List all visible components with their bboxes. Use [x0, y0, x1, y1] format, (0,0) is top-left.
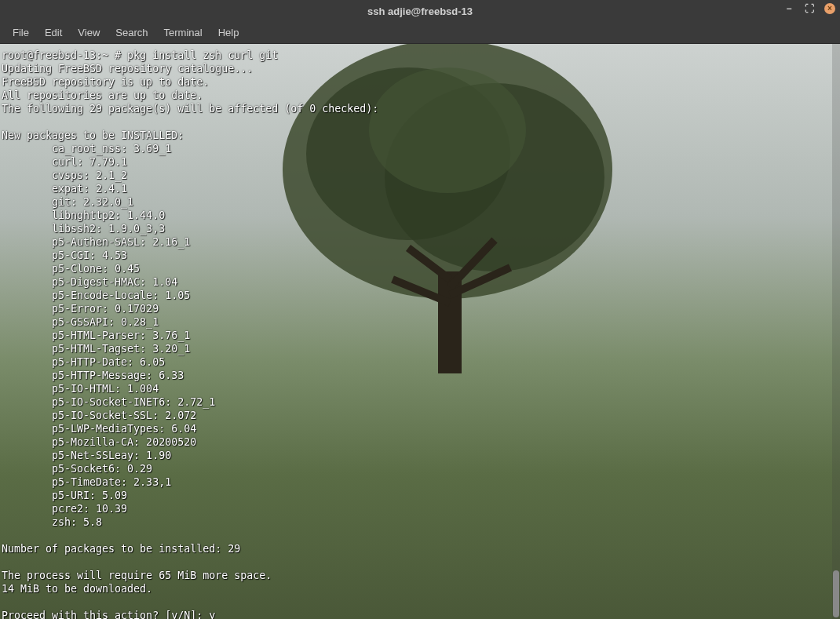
minimize-button[interactable]: − — [783, 3, 794, 14]
terminal-area[interactable]: root@freebsd-13:~ # pkg install zsh curl… — [0, 44, 840, 619]
maximize-button[interactable]: ⛶ — [804, 3, 815, 14]
menu-search[interactable]: Search — [108, 24, 155, 42]
scrollbar[interactable] — [832, 44, 840, 619]
menu-file[interactable]: File — [5, 24, 37, 42]
close-button[interactable]: × — [824, 3, 835, 14]
menu-help[interactable]: Help — [210, 24, 247, 42]
menu-terminal[interactable]: Terminal — [156, 24, 210, 42]
menu-view[interactable]: View — [70, 24, 108, 42]
window-title: ssh adjie@freebsd-13 — [367, 5, 473, 17]
terminal-output[interactable]: root@freebsd-13:~ # pkg install zsh curl… — [0, 44, 840, 619]
menu-edit[interactable]: Edit — [37, 24, 70, 42]
scrollbar-thumb[interactable] — [833, 570, 839, 617]
titlebar: ssh adjie@freebsd-13 − ⛶ × — [0, 0, 840, 22]
menubar: File Edit View Search Terminal Help — [0, 22, 840, 44]
window-controls: − ⛶ × — [783, 3, 835, 14]
